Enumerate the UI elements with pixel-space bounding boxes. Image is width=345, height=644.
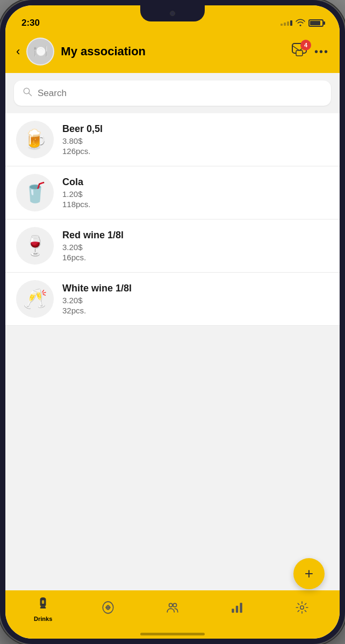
item-info: Beer 0,5l 3.80$ 126pcs. xyxy=(62,123,329,156)
item-price: 3.80$ xyxy=(62,136,329,145)
svg-rect-7 xyxy=(40,608,46,609)
item-name: Cola xyxy=(62,177,329,188)
svg-rect-1 xyxy=(296,50,303,56)
nav-item-drinks[interactable]: Drinks xyxy=(11,596,75,622)
back-button[interactable]: ‹ xyxy=(16,46,20,57)
wifi-icon xyxy=(296,19,305,28)
item-info: White wine 1/8l 3.20$ 32pcs. xyxy=(62,283,329,315)
battery-icon xyxy=(308,19,324,27)
svg-rect-12 xyxy=(232,609,234,613)
svg-rect-14 xyxy=(240,603,242,612)
add-button[interactable]: + xyxy=(293,558,325,589)
status-icons xyxy=(281,19,324,28)
notch xyxy=(140,5,205,21)
svg-rect-5 xyxy=(41,597,45,599)
search-section xyxy=(5,73,340,113)
svg-rect-8 xyxy=(42,601,44,604)
nav-item-stats[interactable] xyxy=(205,601,269,618)
list-item[interactable]: 🥤 Cola 1.20$ 118pcs. xyxy=(5,166,340,219)
item-thumbnail: 🍺 xyxy=(16,121,54,158)
status-time: 2:30 xyxy=(21,18,40,28)
svg-rect-13 xyxy=(236,606,238,613)
svg-point-11 xyxy=(173,603,177,607)
item-name: Red wine 1/8l xyxy=(62,230,329,241)
list-item[interactable]: 🍷 Red wine 1/8l 3.20$ 16pcs. xyxy=(5,219,340,273)
svg-point-10 xyxy=(169,603,173,607)
nav-item-members[interactable] xyxy=(140,601,205,618)
notification-badge: 4 xyxy=(300,40,311,50)
nav-item-settings[interactable] xyxy=(270,601,334,618)
drinks-label: Drinks xyxy=(34,616,52,622)
item-price: 3.20$ xyxy=(62,243,329,252)
item-info: Cola 1.20$ 118pcs. xyxy=(62,177,329,209)
svg-point-15 xyxy=(300,606,304,610)
avatar: 🍽️ xyxy=(26,38,54,65)
item-price: 3.20$ xyxy=(62,296,329,305)
notification-button[interactable]: 4 xyxy=(292,43,307,61)
item-info: Red wine 1/8l 3.20$ 16pcs. xyxy=(62,230,329,262)
drinks-icon xyxy=(36,596,50,613)
screen: 2:30 ‹ 🍽️ My a xyxy=(5,5,340,639)
signal-icon xyxy=(281,20,292,26)
bottom-nav: Drinks xyxy=(5,590,340,639)
item-name: Beer 0,5l xyxy=(62,123,329,135)
items-list: 🍺 Beer 0,5l 3.80$ 126pcs. 🥤 Cola 1.20$ 1… xyxy=(5,113,340,590)
camera xyxy=(170,11,175,16)
list-item[interactable]: 🍺 Beer 0,5l 3.80$ 126pcs. xyxy=(5,113,340,166)
item-thumbnail: 🥂 xyxy=(16,280,54,318)
nav-item-food[interactable] xyxy=(75,601,140,618)
stats-icon xyxy=(230,601,244,618)
list-item[interactable]: 🥂 White wine 1/8l 3.20$ 32pcs. xyxy=(5,273,340,326)
page-title: My association xyxy=(61,45,285,58)
home-indicator xyxy=(140,633,205,635)
item-price: 1.20$ xyxy=(62,189,329,199)
item-qty: 126pcs. xyxy=(62,147,329,156)
item-qty: 16pcs. xyxy=(62,253,329,262)
header: ‹ 🍽️ My association 4 ••• xyxy=(5,33,340,73)
phone-frame: 2:30 ‹ 🍽️ My a xyxy=(0,0,345,644)
item-thumbnail: 🥤 xyxy=(16,174,54,211)
food-icon xyxy=(101,601,115,618)
search-input[interactable] xyxy=(38,88,322,99)
search-icon xyxy=(23,87,32,99)
more-button[interactable]: ••• xyxy=(314,46,329,58)
plus-icon: + xyxy=(305,565,313,582)
settings-icon xyxy=(295,601,309,618)
svg-line-3 xyxy=(28,93,31,96)
members-icon xyxy=(166,601,179,618)
item-name: White wine 1/8l xyxy=(62,283,329,294)
item-thumbnail: 🍷 xyxy=(16,227,54,265)
search-bar xyxy=(14,80,331,106)
item-qty: 32pcs. xyxy=(62,306,329,315)
header-actions: 4 ••• xyxy=(292,43,329,61)
item-qty: 118pcs. xyxy=(62,200,329,209)
